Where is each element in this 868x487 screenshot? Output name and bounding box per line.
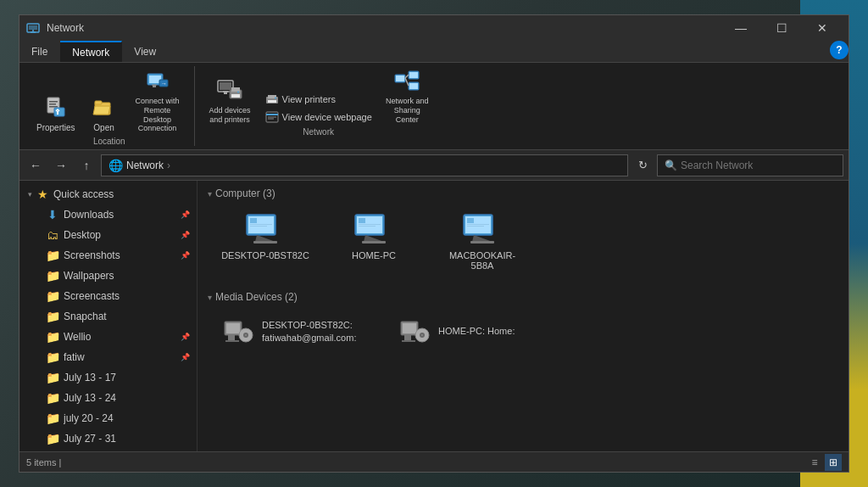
pin-icon: 📌 <box>180 250 190 260</box>
svg-marker-51 <box>364 235 384 242</box>
view-device-webpage-icon <box>265 110 279 124</box>
svg-rect-28 <box>268 100 276 103</box>
computer-item-macbook[interactable]: MACBOOKAIR-5B8A <box>431 206 533 277</box>
svg-rect-45 <box>253 241 277 244</box>
sidebar-item-july13-24[interactable]: 📁 July 13 - 24 <box>19 388 197 408</box>
properties-button[interactable]: Properties <box>31 92 81 135</box>
window-title: Network <box>47 22 721 34</box>
network-sharing-label: Network and Sharing Center <box>384 97 431 124</box>
folder-icon: 📁 <box>45 309 60 324</box>
expand-spacer <box>35 230 45 240</box>
tab-view[interactable]: View <box>122 41 169 62</box>
sidebar-label-july27-31: July 27 - 31 <box>64 433 190 445</box>
close-button[interactable]: ✕ <box>803 15 842 41</box>
back-button[interactable]: ← <box>25 154 47 176</box>
svg-rect-52 <box>362 241 386 244</box>
sidebar-label-downloads: Downloads <box>64 209 180 221</box>
sidebar-item-july27-31[interactable]: 📁 July 27 - 31 <box>19 428 197 449</box>
search-input[interactable] <box>681 160 836 171</box>
computer-icon <box>353 213 394 247</box>
path-network-label: Network <box>126 160 164 171</box>
sidebar-label-july13-17: July 13 - 17 <box>64 372 190 383</box>
svg-rect-6 <box>49 104 56 105</box>
svg-rect-62 <box>467 226 484 227</box>
svg-rect-8 <box>54 108 64 116</box>
media-item-desktop[interactable]: DESKTOP-0BST82C: fatiwahab@gmail.com: <box>214 310 384 354</box>
properties-label: Properties <box>36 123 75 133</box>
view-printers-button[interactable]: View printers <box>262 91 376 108</box>
svg-point-29 <box>275 98 276 99</box>
star-icon: ★ <box>35 187 50 202</box>
explorer-window: Network — ☐ ✕ File Network View ? <box>19 14 849 473</box>
address-bar: ← → ↑ 🌐 Network › ↻ 🔍 <box>19 150 849 181</box>
title-bar: Network — ☐ ✕ <box>19 15 849 41</box>
svg-rect-47 <box>250 224 272 225</box>
sidebar-item-july13-17[interactable]: 📁 July 13 - 17 <box>19 367 197 388</box>
svg-point-76 <box>421 334 423 336</box>
expand-spacer <box>35 434 45 444</box>
window-controls: — ☐ ✕ <box>721 15 842 41</box>
tile-view-button[interactable]: ⊞ <box>825 454 842 471</box>
computer-item-homepc[interactable]: HOME-PC <box>323 206 425 277</box>
window-icon <box>26 21 40 35</box>
search-icon: 🔍 <box>665 160 677 171</box>
sidebar-item-wallpapers[interactable]: 📁 Wallpapers <box>19 266 197 286</box>
downloads-icon: ⬇ <box>45 207 60 222</box>
maximize-button[interactable]: ☐ <box>762 15 801 41</box>
expand-spacer <box>35 291 45 301</box>
expand-spacer <box>35 352 45 362</box>
sidebar-item-snapchat[interactable]: 📁 Snapchat <box>19 306 197 327</box>
media-item-homepc[interactable]: HOME-PC: Home: <box>391 310 560 354</box>
minimize-button[interactable]: — <box>721 15 760 41</box>
up-button[interactable]: ↑ <box>75 154 97 176</box>
svg-rect-53 <box>359 218 365 223</box>
sidebar-label-fatiw: fatiw <box>64 351 180 363</box>
view-device-webpage-button[interactable]: View device webpage <box>262 109 376 126</box>
pin-icon: 📌 <box>180 332 190 342</box>
help-button[interactable]: ? <box>830 41 849 59</box>
svg-rect-9 <box>57 111 58 115</box>
open-label: Open <box>93 123 114 133</box>
sidebar-item-desktop[interactable]: 🗂 Desktop 📌 <box>19 225 197 245</box>
computer-item-desktop[interactable]: DESKTOP-0BST82C <box>214 206 316 277</box>
ribbon-stacked-items: View printers View device webpage <box>262 91 376 126</box>
svg-rect-73 <box>402 340 415 342</box>
svg-point-69 <box>245 334 247 336</box>
svg-text:→: → <box>161 81 167 87</box>
folder-icon: 📁 <box>45 350 60 365</box>
tab-network[interactable]: Network <box>60 41 122 62</box>
sidebar-item-fatiw[interactable]: 📁 fatiw 📌 <box>19 347 197 367</box>
sidebar-item-july20-24[interactable]: 📁 july 20 - 24 <box>19 408 197 428</box>
open-icon <box>91 94 118 121</box>
ribbon-group-network: Add devices and printers View print <box>195 66 442 137</box>
sidebar-item-screenshots[interactable]: 📁 Screenshots 📌 <box>19 245 197 266</box>
expand-spacer <box>35 393 45 403</box>
computer-name-desktop: DESKTOP-0BST82C <box>221 250 309 260</box>
sidebar-label-july20-24: july 20 - 24 <box>64 412 190 424</box>
media-device-icon <box>221 315 255 349</box>
forward-button[interactable]: → <box>50 154 72 176</box>
folder-icon: 🗂 <box>45 227 60 243</box>
sidebar-item-quick-access[interactable]: ▾ ★ Quick access <box>19 184 197 204</box>
network-sharing-button[interactable]: Network and Sharing Center <box>379 66 436 126</box>
main-area: ▾ ★ Quick access ⬇ Downloads 📌 🗂 Desktop… <box>19 181 849 451</box>
svg-rect-48 <box>250 226 267 227</box>
add-devices-button[interactable]: Add devices and printers <box>202 76 259 126</box>
tab-file[interactable]: File <box>19 41 60 62</box>
sidebar-item-downloads[interactable]: ⬇ Downloads 📌 <box>19 204 197 225</box>
sidebar-item-screencasts[interactable]: 📁 Screencasts <box>19 286 197 306</box>
expand-spacer <box>35 210 45 220</box>
svg-marker-58 <box>472 235 492 242</box>
list-view-button[interactable]: ≡ <box>806 454 823 471</box>
sidebar-label-snapchat: Snapchat <box>64 311 190 322</box>
search-box: 🔍 <box>657 154 843 176</box>
refresh-button[interactable]: ↻ <box>632 154 654 176</box>
address-path[interactable]: 🌐 Network › <box>101 154 628 176</box>
folder-icon: 📁 <box>45 268 60 283</box>
sidebar-label-wellio: Wellio <box>64 331 180 343</box>
open-button[interactable]: Open <box>84 92 125 135</box>
svg-rect-61 <box>467 224 489 225</box>
remote-desktop-button[interactable]: → Connect with Remote Desktop Connection <box>128 66 187 135</box>
sidebar-item-wellio[interactable]: 📁 Wellio 📌 <box>19 327 197 347</box>
network-sharing-icon <box>393 68 420 95</box>
